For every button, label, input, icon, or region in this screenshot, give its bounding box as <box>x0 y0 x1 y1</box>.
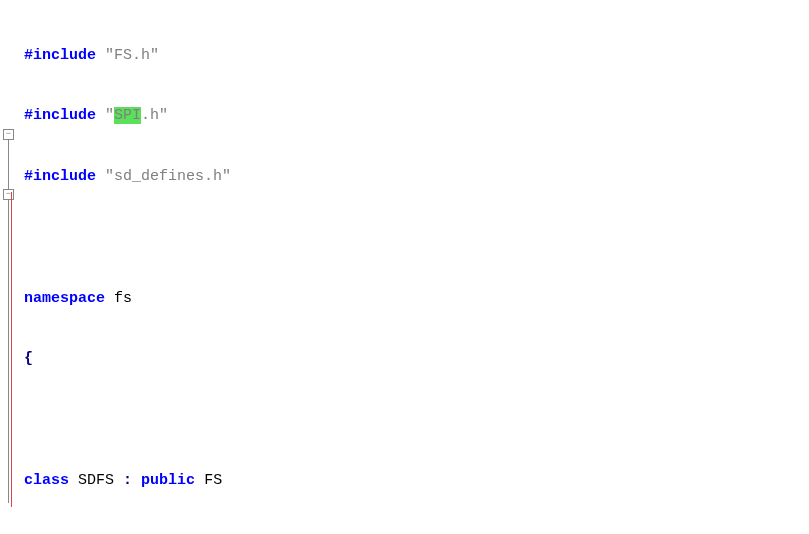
code-line <box>24 410 809 430</box>
highlight-spi: SPI <box>114 107 141 124</box>
code-line: class SDFS : public FS <box>24 471 809 491</box>
code-line: #include "SPI.h" <box>24 106 809 126</box>
code-line: #include "FS.h" <box>24 46 809 66</box>
code-area[interactable]: #include "FS.h" #include "SPI.h" #includ… <box>16 0 809 534</box>
code-line <box>24 228 809 248</box>
code-line: #include "sd_defines.h" <box>24 167 809 187</box>
code-line: namespace fs <box>24 289 809 309</box>
code-line: { <box>24 349 809 369</box>
fold-marker-icon[interactable]: − <box>3 129 14 140</box>
code-editor[interactable]: − − #include "FS.h" #include "SPI.h" #in… <box>0 0 809 534</box>
gutter: − − <box>0 0 16 534</box>
fold-marker-icon[interactable]: − <box>3 189 14 200</box>
